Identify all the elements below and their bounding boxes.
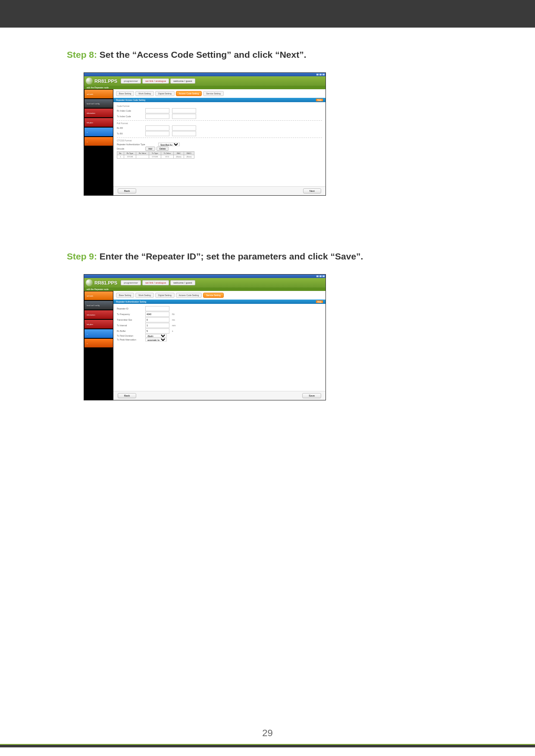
input-tx-rx[interactable] [145, 131, 169, 136]
th-rac1: RAC1 [184, 152, 194, 155]
app-header: RR81.PPS programmer set link / analogue … [84, 278, 325, 287]
step8-heading: Step 8: Set the “Access Code Setting” an… [67, 50, 492, 60]
window-titlebar [84, 73, 325, 76]
label-tx-field-dur: Tx Field Duration [117, 334, 143, 337]
input-repeater-id[interactable] [145, 306, 169, 311]
step9-text: Enter the “Repeater ID”; set the paramet… [97, 251, 363, 261]
label-tx-freq: Tx Frequency [117, 313, 143, 316]
th-rxval: Rx Value [136, 152, 149, 155]
page-bottom-bar [0, 745, 535, 747]
back-button[interactable]: Back [118, 393, 136, 398]
app-logo: RR81.PPS [94, 78, 117, 84]
sidebar-item-3[interactable]: link plan [84, 320, 113, 328]
tab-work[interactable]: Work Setting [135, 91, 154, 96]
group-code-format: Code Format [117, 105, 322, 107]
sidebar-item-0[interactable]: set tools [84, 291, 113, 300]
th-no: No. [117, 152, 124, 155]
main-panel: Base Setting Work Setting Digital Settin… [113, 291, 325, 400]
globe-icon [86, 78, 93, 84]
section-title: Repeater Access Code Setting [116, 99, 145, 101]
sidebar-item-2[interactable]: information [84, 310, 113, 319]
group-ctcss-format: CTCSS Format [117, 139, 322, 142]
tab-access-code[interactable]: Access Code Setting [176, 91, 202, 96]
form-area-s8: Code Format Rx Index Code Tx Index Code … [113, 102, 325, 186]
tab-digital[interactable]: Digital Setting [155, 293, 175, 298]
section-title: Repeater Authentication Setting [116, 300, 146, 303]
sidebar-item-1[interactable]: local tool / config [84, 301, 113, 309]
th-rxtype: Rx Type [124, 152, 136, 155]
input-tx-freq[interactable] [145, 312, 169, 317]
input-rx-rx2[interactable] [172, 125, 196, 131]
tabs: Base Setting Work Setting Digital Settin… [113, 291, 325, 300]
help-button[interactable]: Help [316, 300, 323, 303]
page-top-bar [0, 0, 535, 28]
input-tx-rx2[interactable] [172, 131, 196, 136]
sidebar-item-5[interactable]: -- [84, 339, 113, 347]
input-rx-rx[interactable] [145, 125, 169, 131]
wizard-footer: Back Next [113, 186, 325, 195]
screenshot-step8: RR81.PPS programmer set link / analogue … [84, 73, 325, 195]
sidebar-item-0[interactable]: set tools [84, 90, 113, 98]
main-panel: Base Setting Work Setting Digital Settin… [113, 89, 325, 195]
th-rac: RAC [174, 152, 184, 155]
code-table: No. Rx Type Rx Value Tx Type Tx Value RA… [117, 151, 194, 159]
save-button[interactable]: Save [302, 393, 321, 398]
tab-base[interactable]: Base Setting [116, 91, 134, 96]
window-titlebar [84, 275, 325, 278]
select-auth-type[interactable]: Specified Authentication [158, 143, 180, 146]
sidebar: set tools local tool / config informatio… [84, 89, 113, 195]
breadcrumb: edit the Repeater node [84, 287, 325, 291]
back-button[interactable]: Back [118, 188, 136, 194]
input-tx-index[interactable] [145, 114, 169, 119]
header-button-user[interactable]: welcome / guest [170, 78, 195, 84]
sidebar: set tools local tool / config informatio… [84, 291, 113, 400]
next-button[interactable]: Next [303, 188, 321, 194]
input-rx-index[interactable] [145, 108, 169, 113]
header-button-program[interactable]: programmer [121, 280, 141, 285]
app-header: RR81.PPS programmer set link / analogue … [84, 76, 325, 86]
header-button-user[interactable]: welcome / guest [170, 280, 195, 285]
section-bar: Repeater Authentication Setting Help [113, 300, 325, 304]
step8-text: Set the “Access Code Setting” and click … [97, 50, 306, 59]
help-button[interactable]: Help [316, 99, 323, 101]
add-button[interactable]: Add [145, 147, 155, 151]
input-rx-buffer[interactable] [145, 328, 169, 334]
header-button-link[interactable]: set link / analogue [142, 78, 169, 84]
tab-service[interactable]: Service Setting [203, 91, 224, 96]
input-rx-index2[interactable] [172, 108, 196, 113]
screenshot-step9: RR81.PPS programmer set link / analogue … [84, 275, 325, 400]
breadcrumb: add the Repeater node [84, 86, 325, 89]
step9-label: Step 9: [67, 251, 97, 261]
input-tx-slot[interactable] [145, 317, 169, 322]
label-rx-buffer: Rx Buffer [117, 330, 143, 332]
header-button-program[interactable]: programmer [121, 78, 141, 84]
sidebar-item-5[interactable]: -- [84, 137, 113, 146]
select-tx-field-dur[interactable]: (Both) [145, 334, 167, 337]
page-number: 29 [0, 728, 535, 739]
sidebar-item-3[interactable]: link plan [84, 118, 113, 127]
table-row: 1 CTCSS CTCSS 67.0 (None) (None) [117, 155, 194, 159]
label-tx-index: Tx Index Code [117, 115, 143, 118]
tab-access-code[interactable]: Access Code Setting [176, 293, 202, 298]
tab-work[interactable]: Work Setting [135, 293, 154, 298]
label-rx-rx: Rx RX [117, 127, 143, 129]
header-button-link[interactable]: set link / analogue [142, 280, 169, 285]
select-tx-peak-atten[interactable]: automatic (auto) [145, 338, 167, 341]
sidebar-item-2[interactable]: information [84, 109, 113, 117]
step9-heading: Step 9: Enter the “Repeater ID”; set the… [67, 251, 492, 262]
section-bar: Repeater Access Code Setting Help [113, 98, 325, 102]
tab-service[interactable]: Service Setting [203, 293, 224, 298]
label-tx-rx: Tx RX [117, 132, 143, 135]
tab-base[interactable]: Base Setting [116, 293, 134, 298]
sidebar-item-1[interactable]: local tool / config [84, 99, 113, 108]
input-tx-index2[interactable] [172, 114, 196, 119]
tabs: Base Setting Work Setting Digital Settin… [113, 89, 325, 98]
globe-icon [86, 279, 93, 286]
input-tx-interval[interactable] [145, 323, 169, 328]
wizard-footer: Back Save [113, 391, 325, 400]
sidebar-item-4[interactable]: -- [84, 329, 113, 338]
label-auth-type: Repeater Authentication Type [117, 143, 156, 146]
delete-button[interactable]: Delete [156, 147, 169, 151]
tab-digital[interactable]: Digital Setting [155, 91, 175, 96]
sidebar-item-4[interactable]: -- [84, 128, 113, 136]
